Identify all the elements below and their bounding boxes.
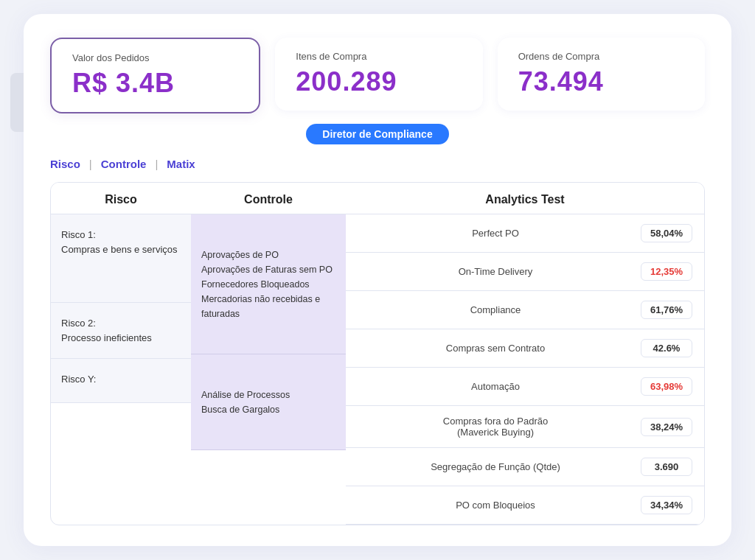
sidebar-hint	[10, 73, 24, 132]
analytics-row-segregacao: Segregação de Função (Qtde) 3.690	[346, 448, 704, 486]
risco-cell-1: Risco 1:Compras e bens e serviços	[51, 214, 191, 303]
risco-1-label: Risco 1:Compras e bens e serviços	[61, 229, 178, 255]
main-table: Risco Controle Analytics Test Risco 1:Co…	[50, 182, 705, 525]
risco-y-label: Risco Y:	[61, 374, 96, 385]
col-header-controle: Controle	[191, 183, 346, 214]
separator-1: |	[89, 158, 92, 170]
separator-2: |	[155, 158, 158, 170]
analytics-label-segregacao: Segregação de Função (Qtde)	[358, 461, 633, 472]
kpi-valor-pedidos-label: Valor dos Pedidos	[72, 52, 238, 63]
analytics-value-compliance: 61,76%	[641, 301, 692, 319]
analytics-row-perfect-po: Perfect PO 58,04%	[346, 214, 704, 253]
analytics-value-automacao: 63,98%	[641, 377, 692, 396]
kpi-valor-pedidos-value: R$ 3.4B	[72, 68, 238, 99]
col-header-risco: Risco	[51, 183, 191, 214]
analytics-value-po-bloqueios: 34,34%	[641, 496, 692, 514]
risco-2-label: Risco 2:Processo ineficientes	[61, 318, 152, 343]
analytics-row-maverick: Compras fora do Padrão(Maverick Buying) …	[346, 406, 704, 448]
risco-cell-2: Risco 2:Processo ineficientes	[51, 303, 191, 359]
kpi-ordens-compra[interactable]: Ordens de Compra 73.494	[498, 38, 705, 111]
kpi-itens-compra[interactable]: Itens de Compra 200.289	[275, 38, 482, 111]
compliance-badge[interactable]: Diretor de Compliance	[306, 124, 448, 144]
analytics-row-po-bloqueios: PO com Bloqueios 34,34%	[346, 486, 704, 525]
risco-cell-y: Risco Y:	[51, 359, 191, 403]
analytics-value-perfect-po: 58,04%	[641, 224, 692, 242]
analytics-row-sem-contrato: Compras sem Contrato 42.6%	[346, 329, 704, 368]
kpi-itens-compra-label: Itens de Compra	[296, 51, 462, 62]
analytics-row-automacao: Automação 63,98%	[346, 368, 704, 406]
kpi-row: Valor dos Pedidos R$ 3.4B Itens de Compr…	[50, 38, 705, 113]
analytics-value-maverick: 38,24%	[641, 418, 692, 436]
analytics-label-compliance: Compliance	[358, 304, 633, 315]
analytics-row-compliance: Compliance 61,76%	[346, 291, 704, 329]
analytics-value-ontime: 12,35%	[641, 262, 692, 281]
analytics-label-perfect-po: Perfect PO	[358, 228, 633, 239]
analytics-row-ontime: On-Time Delivery 12,35%	[346, 253, 704, 291]
kpi-ordens-compra-value: 73.494	[518, 66, 684, 97]
tab-matix[interactable]: Matix	[167, 158, 195, 170]
tab-risco[interactable]: Risco	[50, 158, 80, 170]
kpi-itens-compra-value: 200.289	[296, 66, 462, 97]
controle-column: Aprovações de PO Aprovações de Faturas s…	[191, 214, 346, 525]
analytics-column: Perfect PO 58,04% On-Time Delivery 12,35…	[346, 214, 704, 525]
analytics-value-segregacao: 3.690	[641, 458, 692, 476]
analytics-label-po-bloqueios: PO com Bloqueios	[358, 500, 633, 511]
analytics-label-maverick: Compras fora do Padrão(Maverick Buying)	[358, 416, 633, 438]
analytics-label-ontime: On-Time Delivery	[358, 266, 633, 277]
kpi-ordens-compra-label: Ordens de Compra	[518, 51, 684, 62]
badge-row: Diretor de Compliance	[50, 131, 705, 144]
analytics-label-automacao: Automação	[358, 381, 633, 392]
controle-cell-2: Análise de Processos Busca de Gargalos	[191, 354, 346, 450]
kpi-valor-pedidos[interactable]: Valor dos Pedidos R$ 3.4B	[50, 38, 260, 113]
main-card: Valor dos Pedidos R$ 3.4B Itens de Compr…	[24, 14, 731, 546]
controle-2-items: Análise de Processos Busca de Gargalos	[201, 388, 290, 417]
col-header-analytics: Analytics Test	[346, 183, 704, 214]
analytics-label-sem-contrato: Compras sem Contrato	[358, 343, 633, 354]
risco-column: Risco 1:Compras e bens e serviços Risco …	[51, 214, 191, 525]
controle-cell-1: Aprovações de PO Aprovações de Faturas s…	[191, 214, 346, 354]
tab-controle[interactable]: Controle	[101, 158, 147, 170]
tab-bar: Risco | Controle | Matix	[50, 158, 705, 170]
controle-1-items: Aprovações de PO Aprovações de Faturas s…	[201, 248, 335, 321]
analytics-value-sem-contrato: 42.6%	[641, 339, 692, 357]
